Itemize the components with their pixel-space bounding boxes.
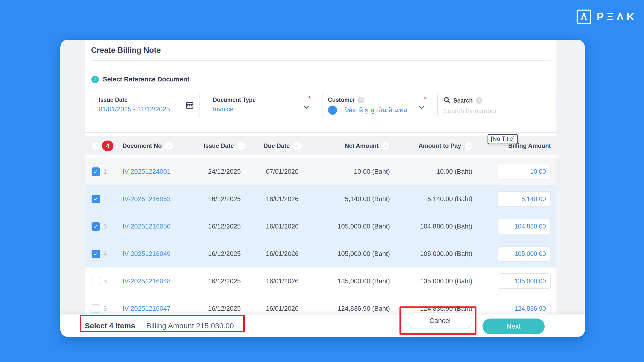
table-top-divider (85, 132, 556, 133)
document-number-link[interactable]: IV-20251216049 (123, 250, 171, 257)
row-checkbox[interactable] (92, 304, 100, 313)
row-issue-date: 16/12/2025 (203, 195, 246, 203)
row-due-date: 07/01/2026 (246, 168, 319, 175)
required-asterisk: * (424, 95, 427, 102)
search-input[interactable] (443, 107, 550, 115)
document-number-link[interactable]: IV-20251216050 (123, 222, 171, 230)
issue-date-value: 01/01/2025 - 31/12/2025 (99, 105, 194, 113)
cancel-button[interactable]: Cancel (408, 312, 472, 329)
row-due-date: 16/01/2026 (246, 195, 319, 203)
selection-summary: Select 4 Items Billing Amount 215,030.00 (85, 314, 234, 337)
column-header-issue-date: Issue Date (204, 142, 234, 149)
column-header-doc-no: Document No (123, 142, 162, 149)
billing-amount-input[interactable] (498, 301, 551, 314)
document-type-label: Document Type (213, 97, 309, 103)
billing-amount-input[interactable] (498, 273, 551, 289)
row-checkbox[interactable]: ✓ (92, 167, 100, 176)
row-due-date: 16/01/2026 (246, 222, 319, 230)
issue-date-label: Issue Date (99, 97, 194, 103)
table-row: ✓ 4 IV-20251216049 16/12/2025 16/01/2026… (85, 240, 556, 267)
row-checkbox[interactable]: ✓ (92, 195, 100, 203)
page-title: Create Billing Note (85, 40, 556, 55)
billing-amount-input[interactable] (498, 219, 551, 234)
peak-logo-text: PΞΛK (597, 11, 637, 23)
row-checkbox[interactable]: ✓ (92, 250, 100, 258)
row-issue-date: 16/12/2025 (203, 277, 246, 285)
customer-filter[interactable]: * Customer ? PEAK บริษัท พี ยู ยู เอ็น อ… (322, 93, 431, 117)
next-button[interactable]: Next (482, 319, 545, 334)
row-checkbox[interactable] (92, 277, 100, 285)
sort-icon[interactable]: ↓↑ (293, 142, 301, 150)
document-number-link[interactable]: IV-20251216053 (123, 195, 171, 203)
column-header-net-amount: Net Amount (345, 142, 379, 149)
row-amount-to-pay: 135,000.00 (Baht) (390, 277, 472, 285)
search-icon (443, 97, 450, 105)
sort-icon[interactable]: ↓↑ (382, 142, 390, 150)
row-amount-to-pay: 10.00 (Baht) (390, 168, 472, 175)
help-icon[interactable]: ? (476, 97, 482, 104)
document-number-link[interactable]: IV-20251216047 (123, 305, 171, 312)
step-header: ✓ Select Reference Document (91, 75, 556, 83)
modal-content-panel: Create Billing Note ✓ Select Reference D… (85, 40, 556, 314)
table-header: 4 Document No ↓↑ Issue Date ↓↑ Due Date … (85, 136, 556, 155)
billing-amount-input[interactable] (498, 246, 551, 262)
billing-amount-input[interactable] (498, 191, 551, 207)
billing-amount-input[interactable] (498, 164, 551, 179)
sort-icon[interactable]: ↓↑ (464, 142, 472, 150)
customer-avatar: PEAK (328, 106, 337, 115)
row-net-amount: 105,000.00 (Baht) (319, 250, 390, 258)
step-label: Select Reference Document (103, 75, 189, 83)
peak-logo-icon: Λ (577, 10, 591, 24)
row-issue-date: 16/12/2025 (203, 250, 246, 258)
row-issue-date: 16/12/2025 (203, 305, 246, 312)
row-index: 4 (103, 250, 107, 257)
table-row: 6 IV-20251216047 16/12/2025 16/01/2026 1… (85, 295, 556, 314)
calendar-icon[interactable] (186, 101, 193, 110)
document-type-value: Invoice (213, 105, 309, 113)
customer-value: PEAK บริษัท พี ยู ยู เอ็น อินเทลลิเจ... (328, 105, 425, 115)
no-title-tooltip: [No Title] (488, 134, 518, 144)
row-index: 5 (103, 278, 107, 285)
table-row: ✓ 2 IV-20251216053 16/12/2025 16/01/2026… (85, 185, 556, 213)
row-issue-date: 16/12/2025 (203, 222, 246, 230)
row-checkbox[interactable]: ✓ (92, 222, 100, 231)
filter-bar: Issue Date 01/01/2025 - 31/12/2025 * Doc… (93, 93, 556, 117)
row-due-date: 16/01/2026 (246, 250, 319, 258)
help-icon[interactable]: ? (357, 97, 364, 103)
customer-label: Customer ? (328, 97, 425, 103)
table-row: 5 IV-20251216048 16/12/2025 16/01/2026 1… (85, 267, 556, 295)
required-asterisk: * (308, 95, 311, 102)
peak-logo: Λ PΞΛK (577, 10, 637, 24)
row-net-amount: 124,836.90 (Baht) (319, 305, 390, 312)
table-row: ✓ 3 IV-20251216050 16/12/2025 16/01/2026… (85, 213, 556, 240)
issue-date-filter[interactable]: Issue Date 01/01/2025 - 31/12/2025 (93, 93, 200, 117)
search-box[interactable]: Search ? (437, 93, 556, 117)
column-header-due-date: Due Date (263, 142, 290, 149)
customer-label-text: Customer (328, 97, 355, 103)
sort-icon[interactable]: ↓↑ (165, 142, 173, 150)
row-index: 2 (103, 195, 107, 203)
document-number-link[interactable]: IV-20251224001 (123, 168, 171, 175)
row-issue-date: 24/12/2025 (203, 168, 246, 175)
row-amount-to-pay: 5,140.00 (Baht) (390, 195, 472, 203)
table-row: ✓ 1 IV-20251224001 24/12/2025 07/01/2026… (85, 158, 556, 185)
selected-count-badge: 4 (102, 141, 113, 151)
step-complete-icon: ✓ (91, 76, 99, 83)
row-index: 3 (103, 223, 107, 230)
select-all-checkbox[interactable] (92, 142, 100, 150)
row-index: 6 (103, 305, 107, 312)
row-amount-to-pay: 104,880.00 (Baht) (390, 222, 472, 230)
table-body: ✓ 1 IV-20251224001 24/12/2025 07/01/2026… (85, 158, 556, 314)
sort-icon[interactable]: ↓↑ (237, 142, 245, 150)
row-net-amount: 135,000.00 (Baht) (319, 277, 390, 285)
row-index: 1 (103, 168, 107, 175)
customer-name: บริษัท พี ยู ยู เอ็น อินเทลลิเจ... (341, 105, 416, 115)
row-net-amount: 10.00 (Baht) (319, 168, 390, 175)
row-due-date: 16/01/2026 (246, 305, 319, 312)
page-background: Λ PΞΛK Create Billing Note ✓ Select Refe… (0, 0, 644, 362)
row-amount-to-pay: 124,836.90 (Baht) (390, 305, 472, 312)
selected-items-text: Select 4 Items (85, 322, 135, 330)
column-header-amount-to-pay: Amount to Pay (419, 142, 461, 149)
document-type-filter[interactable]: * Document Type Invoice (207, 93, 315, 117)
document-number-link[interactable]: IV-20251216048 (123, 277, 171, 285)
